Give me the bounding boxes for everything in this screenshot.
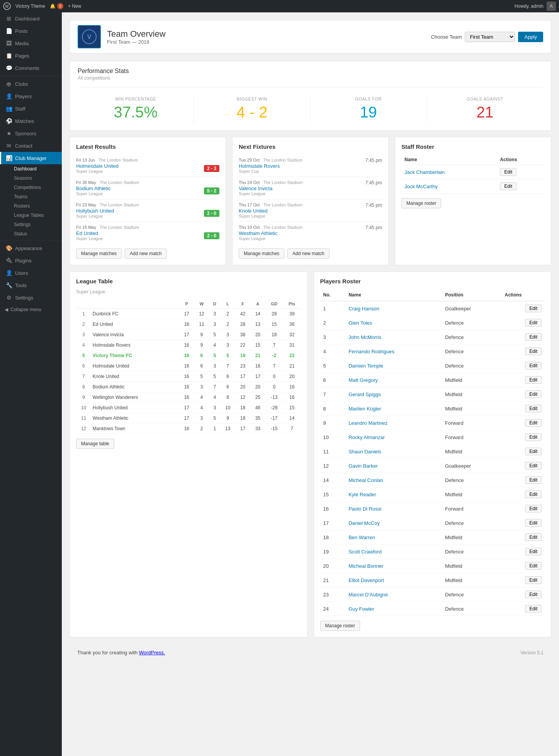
player-edit-button[interactable]: Edit (525, 376, 542, 384)
admin-avatar[interactable]: A (547, 2, 556, 11)
player-name-link[interactable]: Daniel McCoy (348, 520, 380, 526)
sidebar-item-users[interactable]: 👤 Users (0, 267, 62, 279)
player-name-link[interactable]: Kyle Reader (348, 492, 376, 497)
new-post-button[interactable]: + New (68, 3, 81, 9)
player-edit-button[interactable]: Edit (525, 548, 542, 555)
sidebar-item-contact[interactable]: ✉ Contact (0, 140, 62, 152)
player-name-link[interactable]: Gavin Barker (348, 463, 378, 469)
sidebar-sub-teams[interactable]: Teams (0, 192, 62, 201)
player-edit-button[interactable]: Edit (525, 419, 542, 427)
player-name-link[interactable]: Damien Temple (348, 363, 383, 369)
player-name-link[interactable]: Rocky Almanzar (348, 434, 385, 440)
lt-p: 16 (179, 361, 194, 371)
match-team-link[interactable]: Hollybush United (76, 208, 114, 214)
player-name-link[interactable]: Fernando Rodrigues (348, 349, 394, 354)
sidebar-item-comments[interactable]: 💬 Comments (0, 62, 62, 74)
apply-button[interactable]: Apply (518, 32, 543, 42)
player-edit-button[interactable]: Edit (525, 505, 542, 513)
team-select[interactable]: First Team (465, 32, 515, 42)
player-name-link[interactable]: John McMorris (348, 334, 381, 340)
player-edit-button[interactable]: Edit (525, 390, 542, 398)
sidebar-item-tools[interactable]: 🔧 Tools (0, 279, 62, 291)
sidebar-sub-status[interactable]: Status (0, 229, 62, 238)
player-name-link[interactable]: Paolo Di Rossi (348, 506, 381, 512)
fixture-team-link[interactable]: Holmsdale Rovers (239, 163, 302, 169)
manage-fixtures-button[interactable]: Manage matches (239, 249, 284, 259)
add-fixture-button[interactable]: Add new match (287, 249, 330, 259)
player-edit-button[interactable]: Edit (525, 519, 542, 527)
player-edit-button[interactable]: Edit (525, 591, 542, 598)
site-name[interactable]: Victory Theme (15, 3, 45, 9)
player-edit-button[interactable]: Edit (525, 405, 542, 412)
sidebar-item-plugins[interactable]: 🔌 Plugins (0, 254, 62, 267)
player-edit-button[interactable]: Edit (525, 462, 542, 470)
match-team-link[interactable]: Holmesdale United (76, 163, 119, 169)
player-name-link[interactable]: Martien Kügler (348, 406, 381, 412)
player-name-link[interactable]: Matt Gregory (348, 377, 378, 383)
sidebar-item-clubs[interactable]: 🏟 Clubs (0, 78, 62, 90)
player-edit-button[interactable]: Edit (525, 433, 542, 441)
sidebar-item-club-manager[interactable]: 📊 Club Manager (0, 152, 62, 164)
player-name-link[interactable]: Ben Warren (348, 535, 375, 540)
fixture-team-link[interactable]: Westham Athletic (239, 230, 303, 236)
player-name-link[interactable]: Craig Hanson (348, 306, 379, 312)
player-edit-button[interactable]: Edit (525, 576, 542, 584)
player-edit-button[interactable]: Edit (525, 605, 542, 613)
sidebar-item-players[interactable]: 👤 Players (0, 90, 62, 102)
player-edit-button[interactable]: Edit (525, 448, 542, 455)
player-position: Defence (442, 344, 502, 359)
sidebar-item-posts[interactable]: 📄 Posts (0, 25, 62, 37)
collapse-menu-button[interactable]: ◀ Collapse menu (0, 304, 62, 315)
sidebar-sub-rosters[interactable]: Rosters (0, 201, 62, 211)
sidebar-item-matches[interactable]: ⚽ Matches (0, 115, 62, 127)
sidebar-item-settings[interactable]: ⚙ Settings (0, 291, 62, 304)
sidebar-item-media[interactable]: 🖼 Media (0, 37, 62, 49)
sidebar-sub-dashboard[interactable]: Dashboard (0, 164, 62, 174)
staff-name-link[interactable]: Jock McCarthy (404, 184, 438, 189)
sidebar-item-staff[interactable]: 👥 Staff (0, 102, 62, 115)
staff-edit-button[interactable]: Edit (500, 168, 517, 176)
manage-matches-button[interactable]: Manage matches (76, 249, 122, 259)
sidebar-item-pages[interactable]: 📋 Pages (0, 49, 62, 62)
player-name-link[interactable]: Micheal Bonner (348, 563, 383, 569)
player-edit-button[interactable]: Edit (525, 562, 542, 570)
player-name-link[interactable]: Scott Crawford (348, 549, 382, 555)
manage-table-button[interactable]: Manage table (76, 439, 114, 449)
sidebar-sub-settings[interactable]: Settings (0, 220, 62, 229)
match-team-link[interactable]: Ed United (76, 230, 103, 236)
player-edit-button[interactable]: Edit (525, 333, 542, 341)
sidebar-item-appearance[interactable]: 🎨 Appearance (0, 242, 62, 254)
player-edit-button[interactable]: Edit (525, 319, 542, 327)
player-edit-button[interactable]: Edit (525, 476, 542, 484)
player-edit-button[interactable]: Edit (525, 305, 542, 312)
player-name-link[interactable]: Micheal Conlan (348, 477, 383, 483)
player-name-link[interactable]: Glen Toles (348, 320, 372, 326)
sidebar-sub-competitions[interactable]: Competitions (0, 183, 62, 192)
player-name-link[interactable]: Shaun Daniels (348, 449, 381, 455)
match-team-link[interactable]: Bodium Athletic (76, 186, 111, 191)
wordpress-link[interactable]: WordPress. (139, 650, 165, 656)
fixture-team-link[interactable]: Knole United (239, 208, 303, 214)
manage-players-roster-button[interactable]: Manage roster (320, 621, 360, 631)
sidebar-item-dashboard[interactable]: ⊞ Dashboard (0, 12, 62, 25)
sidebar-sub-seasons[interactable]: Seasons (0, 174, 62, 183)
player-edit-button[interactable]: Edit (525, 490, 542, 498)
manage-staff-roster-button[interactable]: Manage roster (401, 198, 441, 208)
staff-edit-button[interactable]: Edit (500, 182, 517, 190)
wp-logo[interactable]: W (3, 2, 11, 10)
staff-name-link[interactable]: Jack Chamberlain (404, 169, 445, 175)
notification-count[interactable]: 🔔 0 (50, 3, 63, 9)
sidebar-item-sponsors[interactable]: ★ Sponsors (0, 127, 62, 140)
player-name-link[interactable]: Marcel D'Aubigne (348, 592, 388, 598)
sidebar-sub-league-tables[interactable]: League Tables (0, 211, 62, 220)
player-edit-button[interactable]: Edit (525, 533, 542, 541)
player-name-link[interactable]: Elliot Davenport (348, 577, 384, 583)
player-edit-button[interactable]: Edit (525, 362, 542, 369)
player-name-link[interactable]: Gerard Spiggs (348, 392, 381, 397)
add-match-button[interactable]: Add new match (125, 249, 167, 259)
fixture-team-link[interactable]: Valence Invicta (239, 186, 303, 191)
match-score: 2 - 0 (204, 232, 219, 239)
player-name-link[interactable]: Leandro Martinez (348, 420, 387, 426)
player-edit-button[interactable]: Edit (525, 347, 542, 355)
player-name-link[interactable]: Guy Fowler (348, 606, 374, 612)
